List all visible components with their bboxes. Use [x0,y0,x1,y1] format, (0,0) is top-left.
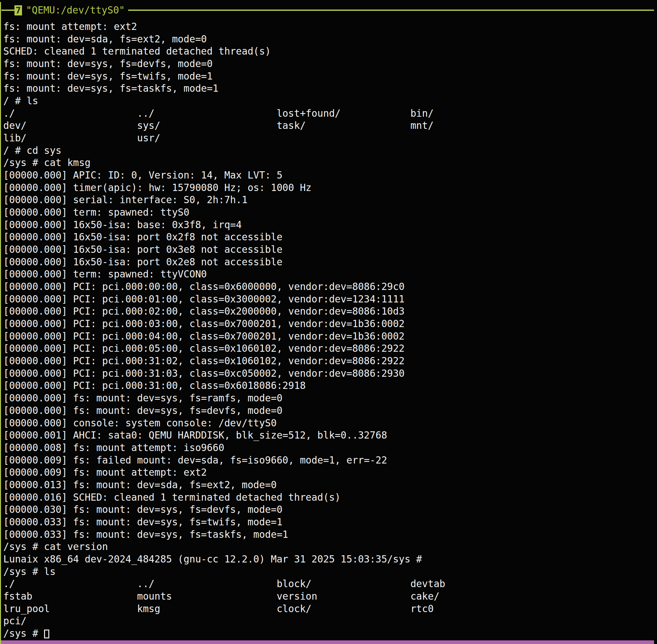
terminal-line: [00000.000] PCI: pci.000:02:00, class=0x… [3,305,657,318]
terminal-line: [00000.000] 16x50-isa: base: 0x3f8, irq=… [3,219,657,231]
status-bar [1,640,654,644]
terminal-line: [00000.000] PCI: pci.000:01:00, class=0x… [3,293,657,306]
titlebar-rule-right [128,9,654,11]
terminal-line: [00000.033] fs: mount: dev=sys, fs=twifs… [3,516,657,529]
pane-title: "QEMU:/dev/ttyS0" [26,5,125,16]
terminal-line: [00000.000] APIC: ID: 0, Version: 14, Ma… [3,169,657,182]
terminal-line: [00000.001] AHCI: sata0: QEMU HARDDISK, … [3,429,657,442]
terminal-line: fs: mount: dev=sys, fs=twifs, mode=1 [3,70,657,83]
terminal-line: Lunaix x86_64 dev-2024_484285 (gnu-cc 12… [3,553,657,566]
pane-titlebar: 7 "QEMU:/dev/ttyS0" [1,5,654,16]
terminal-line: pci/ [3,615,657,627]
terminal-line: lru_pool kmsg clock/ rtc0 [3,603,657,615]
terminal-line: [00000.000] fs: mount: dev=sys, fs=devfs… [3,405,657,417]
terminal-line: fs: mount: dev=sys, fs=devfs, mode=0 [3,58,657,70]
terminal-line: [00000.008] fs: mount attempt: iso9660 [3,442,657,454]
terminal-cursor [44,629,49,638]
terminal-line: ./ ../ block/ devtab [3,578,657,591]
terminal-line: fstab mounts version cake/ [3,591,657,603]
terminal-line: [00000.000] PCI: pci.000:00:00, class=0x… [3,281,657,293]
terminal-line: [00000.013] fs: mount: dev=sda, fs=ext2,… [3,479,657,491]
terminal-line: /sys # ls [3,566,657,578]
terminal-window: { "window": { "badge": "7", "title": "\"… [0,0,657,644]
terminal-line: [00000.000] PCI: pci.000:05:00, class=0x… [3,343,657,355]
terminal-line: / # ls [3,95,657,108]
terminal-line: [00000.009] fs: failed mount: dev=sda, f… [3,454,657,467]
terminal-line: [00000.000] term: spawned: ttyVCON0 [3,268,657,281]
terminal-line: [00000.000] 16x50-isa: port 0x2e8 not ac… [3,256,657,269]
terminal-line: fs: mount attempt: ext2 [3,21,657,33]
terminal-line: [00000.016] SCHED: cleaned 1 terminated … [3,491,657,504]
titlebar-rule-left [1,9,15,11]
terminal-line: /sys # cat kmsg [3,157,657,169]
terminal-line: [00000.000] PCI: pci.000:31:00, class=0x… [3,380,657,392]
terminal-line: [00000.033] fs: mount: dev=sys, fs=taskf… [3,529,657,541]
terminal-line: [00000.009] fs: mount attempt: ext2 [3,466,657,479]
terminal-line: /sys # cat version [3,541,657,553]
terminal-line: [00000.000] PCI: pci.000:03:00, class=0x… [3,318,657,330]
shell-prompt: /sys # [3,627,44,640]
terminal-line: [00000.000] serial: interface: S0, 2h:7h… [3,194,657,206]
terminal-line: lib/ usr/ [3,132,657,145]
terminal-line: [00000.000] timer(apic): hw: 15790080 Hz… [3,182,657,194]
terminal-line: fs: mount: dev=sda, fs=ext2, mode=0 [3,33,657,46]
terminal-line: ./ ../ lost+found/ bin/ [3,108,657,120]
terminal-line: dev/ sys/ task/ mnt/ [3,120,657,132]
terminal-output: fs: mount attempt: ext2fs: mount: dev=sd… [3,21,657,627]
terminal-line: SCHED: cleaned 1 terminated detached thr… [3,45,657,58]
terminal-line: [00000.000] PCI: pci.000:31:02, class=0x… [3,355,657,368]
terminal-line: [00000.000] PCI: pci.000:31:03, class=0x… [3,368,657,380]
terminal-screen[interactable]: fs: mount attempt: ext2fs: mount: dev=sd… [0,21,657,640]
terminal-line: fs: mount: dev=sys, fs=taskfs, mode=1 [3,83,657,95]
prompt-line: /sys # [3,627,657,640]
terminal-line: [00000.030] fs: mount: dev=sys, fs=devfs… [3,504,657,516]
terminal-line: / # cd sys [3,145,657,157]
window-number-badge[interactable]: 7 [15,5,22,16]
terminal-line: [00000.000] console: system console: /de… [3,417,657,430]
terminal-line: [00000.000] fs: mount: dev=sys, fs=ramfs… [3,392,657,405]
terminal-line: [00000.000] 16x50-isa: port 0x3e8 not ac… [3,244,657,256]
terminal-line: [00000.000] PCI: pci.000:04:00, class=0x… [3,330,657,343]
terminal-line: [00000.000] 16x50-isa: port 0x2f8 not ac… [3,231,657,244]
terminal-line: [00000.000] term: spawned: ttyS0 [3,206,657,219]
